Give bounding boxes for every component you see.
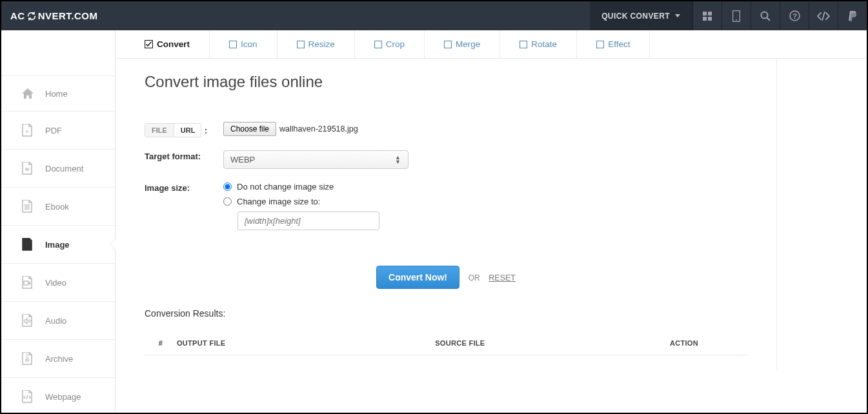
checkbox-icon [520, 41, 527, 48]
mobile-icon[interactable] [722, 1, 751, 30]
sidebar-item-document[interactable]: WDocument [1, 150, 115, 188]
svg-rect-16 [230, 41, 237, 48]
dimension-input[interactable] [237, 212, 379, 230]
tool-tabs: Convert Icon Resize Crop Merge Rotate Ef… [116, 30, 867, 59]
reset-link[interactable]: RESET [489, 273, 516, 282]
checkbox-icon [297, 41, 305, 48]
choose-file-button[interactable]: Choose file [223, 122, 276, 136]
code-icon[interactable] [809, 1, 838, 30]
checkbox-icon [596, 41, 604, 48]
svg-text:W: W [25, 167, 30, 172]
chevron-down-icon [675, 14, 680, 17]
top-bar: AC NVERT.COM QUICK CONVERT ? [1, 1, 867, 30]
svg-rect-13 [24, 281, 28, 285]
or-text: OR [469, 273, 480, 282]
audio-icon [22, 314, 36, 327]
sidebar-item-audio[interactable]: Audio [1, 302, 115, 340]
quick-convert-label: QUICK CONVERT [601, 12, 670, 21]
source-file-toggle[interactable]: FILE [145, 124, 174, 137]
sidebar-item-label: Ebook [45, 202, 69, 212]
tab-icon[interactable]: Icon [210, 30, 278, 58]
sidebar-item-label: Home [45, 89, 68, 99]
refresh-icon [26, 11, 37, 21]
svg-text:?: ? [792, 12, 797, 20]
video-icon [22, 276, 36, 289]
checkbox-icon [374, 41, 382, 48]
sidebar-item-label: Archive [45, 354, 73, 364]
brand-logo[interactable]: AC NVERT.COM [1, 1, 107, 30]
archive-icon [22, 352, 36, 365]
sidebar-item-label: Document [45, 164, 83, 173]
convert-now-button[interactable]: Convert Now! [376, 266, 459, 289]
col-source: SOURCE FILE [435, 339, 670, 347]
svg-rect-0 [703, 12, 707, 15]
target-format-select[interactable]: WEBP [223, 150, 409, 169]
radio-keep-size[interactable]: Do not change image size [223, 182, 747, 192]
tab-merge[interactable]: Merge [425, 30, 500, 58]
svg-rect-18 [374, 41, 381, 48]
page-title: Convert image files online [145, 73, 747, 91]
tab-resize[interactable]: Resize [278, 30, 355, 58]
sidebar-item-label: Webpage [45, 392, 81, 402]
sidebar-item-image[interactable]: Image [1, 226, 115, 264]
svg-rect-14 [26, 359, 28, 361]
colon: : [205, 126, 207, 135]
svg-line-7 [767, 17, 771, 21]
svg-rect-3 [708, 17, 712, 21]
sidebar-item-pdf[interactable]: APDF [1, 112, 115, 150]
svg-rect-20 [520, 41, 527, 48]
selected-filename: wallhaven-219518.jpg [279, 124, 358, 133]
radio-change-input[interactable] [223, 197, 232, 206]
image-size-label: Image size: [145, 182, 223, 193]
sidebar-item-label: Image [45, 240, 70, 250]
svg-point-5 [736, 19, 737, 21]
image-icon [22, 238, 36, 251]
pdf-icon: A [22, 124, 36, 137]
sidebar-item-webpage[interactable]: Webpage [1, 378, 115, 414]
sidebar: Home APDF WDocument Ebook Image Video Au… [1, 30, 116, 413]
document-icon: W [22, 162, 36, 175]
search-icon[interactable] [751, 1, 780, 30]
tab-rotate[interactable]: Rotate [500, 30, 577, 58]
svg-rect-1 [708, 12, 712, 15]
svg-text:A: A [26, 130, 29, 133]
svg-rect-17 [297, 41, 304, 48]
radio-keep-input[interactable] [223, 182, 232, 191]
home-icon [22, 88, 36, 99]
sidebar-item-ebook[interactable]: Ebook [1, 188, 115, 226]
col-output: OUTPUT FILE [177, 339, 435, 347]
brand-right: NVERT.COM [38, 10, 98, 21]
sidebar-item-label: PDF [45, 126, 62, 135]
results-table-header: # OUTPUT FILE SOURCE FILE ACTION [145, 331, 747, 355]
tab-label: Rotate [531, 39, 557, 49]
svg-rect-21 [597, 41, 604, 48]
tab-label: Crop [386, 39, 405, 49]
tab-convert[interactable]: Convert [116, 30, 210, 58]
svg-point-12 [25, 243, 26, 245]
tab-label: Effect [608, 39, 630, 49]
source-toggle: FILE URL [145, 123, 201, 137]
sidebar-item-video[interactable]: Video [1, 264, 115, 302]
ebook-icon [22, 200, 36, 213]
webpage-icon [22, 390, 36, 403]
quick-convert-dropdown[interactable]: QUICK CONVERT [590, 1, 692, 30]
paypal-icon[interactable] [838, 1, 867, 30]
tab-label: Icon [241, 39, 257, 49]
tab-label: Merge [456, 39, 480, 49]
tab-label: Convert [157, 39, 190, 49]
target-format-label: Target format: [145, 150, 223, 161]
svg-rect-19 [445, 41, 452, 48]
tab-crop[interactable]: Crop [355, 30, 425, 58]
checkbox-icon [444, 41, 452, 48]
svg-point-6 [762, 12, 768, 18]
sidebar-item-archive[interactable]: Archive [1, 340, 115, 378]
tab-label: Resize [308, 39, 335, 49]
grid-icon[interactable] [692, 1, 722, 30]
radio-change-size[interactable]: Change image size to: [223, 197, 747, 206]
help-icon[interactable]: ? [780, 1, 809, 30]
tab-effect[interactable]: Effect [577, 30, 650, 58]
brand-left: AC [10, 10, 25, 21]
source-url-toggle[interactable]: URL [174, 124, 201, 137]
col-num: # [145, 339, 177, 347]
sidebar-item-home[interactable]: Home [1, 75, 115, 112]
